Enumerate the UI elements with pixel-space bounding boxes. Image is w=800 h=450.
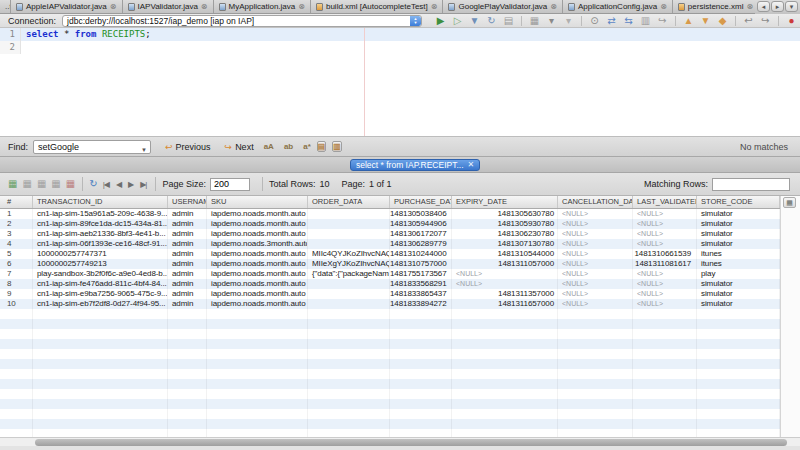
table-cell[interactable]: 9 <box>0 289 33 299</box>
table-cell[interactable]: <NULL> <box>633 269 697 279</box>
run-statement-icon[interactable]: ▷ <box>451 14 464 27</box>
table-cell[interactable]: 1481310544000 <box>452 249 558 259</box>
table-cell[interactable]: cn1-iap-sim-fe476add-811c-4bf4-84... <box>33 279 168 289</box>
table-cell[interactable]: 3 <box>0 229 33 239</box>
editor-tab[interactable]: GooglePlayValidator.java⊗ <box>443 0 563 13</box>
table-cell[interactable]: <NULL> <box>558 229 633 239</box>
page-size-input[interactable] <box>210 178 250 191</box>
table-cell[interactable]: <NULL> <box>558 219 633 229</box>
table-cell[interactable]: 7 <box>0 269 33 279</box>
table-cell[interactable]: iapdemo.noads.month.auto <box>207 299 308 309</box>
table-cell[interactable] <box>308 239 390 249</box>
table-cell[interactable] <box>308 219 390 229</box>
table-cell[interactable] <box>308 229 390 239</box>
table-cell[interactable]: 1 <box>0 209 33 219</box>
table-cell[interactable]: <NULL> <box>633 279 697 289</box>
table-cell[interactable]: 1481311357000 <box>452 289 558 299</box>
cancel-edits-icon[interactable]: ▦ <box>51 178 60 190</box>
table-cell[interactable]: <NULL> <box>558 289 633 299</box>
table-cell[interactable]: 8 <box>0 279 33 289</box>
table-cell[interactable]: cn1-iap-sim-15a961a5-209c-4638-9... <box>33 209 168 219</box>
table-cell[interactable]: iapdemo.noads.month.auto <box>207 209 308 219</box>
table-cell[interactable]: iapdemo.noads.month.auto <box>207 289 308 299</box>
scroll-tabs-left-icon[interactable]: ◂ <box>757 1 770 12</box>
table-cell[interactable]: simulator <box>697 279 780 289</box>
table-cell[interactable]: 1481833894272 <box>390 299 452 309</box>
chevron-down-icon[interactable]: ▼ <box>141 144 147 156</box>
table-cell[interactable]: admin <box>168 259 207 269</box>
table-cell[interactable] <box>308 299 390 309</box>
previous-bookmark-icon[interactable]: ▲ <box>682 14 695 27</box>
table-cell[interactable]: 1481310661539 <box>633 249 697 259</box>
table-cell[interactable]: 4 <box>0 239 33 249</box>
table-cell[interactable] <box>308 279 390 289</box>
column-header[interactable]: ORDER_DATA <box>308 196 390 208</box>
column-header[interactable]: PURCHASE_DATE <box>390 196 452 208</box>
column-header[interactable]: USERNAME <box>168 196 207 208</box>
table-cell[interactable]: play <box>697 269 780 279</box>
table-cell[interactable]: 1481306289779 <box>390 239 452 249</box>
toggle-bookmark-icon[interactable]: ◆ <box>716 14 729 27</box>
close-icon[interactable]: ⊗ <box>431 3 438 11</box>
editor-tab[interactable]: MyApplication.java⊗ <box>214 0 311 13</box>
matching-rows-input[interactable] <box>712 178 790 191</box>
truncate-table-icon[interactable]: ▦ <box>66 178 75 190</box>
table-cell[interactable]: 2 <box>0 219 33 229</box>
table-cell[interactable]: <NULL> <box>633 289 697 299</box>
sql-history-icon[interactable]: ↻ <box>485 14 498 27</box>
find-input[interactable]: setGoogle ▼ <box>33 140 151 154</box>
table-cell[interactable]: 1000000257747371 <box>33 249 168 259</box>
table-cell[interactable]: cn1-iap-sim-06f1393e-ce16-48cf-91... <box>33 239 168 249</box>
table-cell[interactable]: 1000000257749213 <box>33 259 168 269</box>
column-visibility-icon[interactable]: ▦ <box>783 197 796 208</box>
commit-changes-icon[interactable]: ▦ <box>37 178 46 190</box>
table-cell[interactable]: cn1-iap-sim-e9ba7256-9065-475c-9... <box>33 289 168 299</box>
editor-tab[interactable]: AppleIAPValidator.java⊗ <box>11 0 123 13</box>
highlight-results-icon[interactable]: ▤ <box>317 141 327 152</box>
table-cell[interactable]: admin <box>168 249 207 259</box>
refresh-icon[interactable]: ↻ <box>89 178 97 190</box>
column-header[interactable]: TRANSACTION_ID <box>33 196 168 208</box>
horizontal-scrollbar[interactable] <box>0 437 800 446</box>
table-cell[interactable]: admin <box>168 239 207 249</box>
find-previous-button[interactable]: ↩ Previous <box>165 142 211 152</box>
table-cell[interactable]: MIIc4QYJKoZIhvcNAQc... <box>308 249 390 259</box>
table-cell[interactable]: 1481305930780 <box>452 219 558 229</box>
keyboard-shortcuts-icon[interactable]: ▦ <box>528 14 541 27</box>
table-cell[interactable]: play-sandbox-3b2f0f6c-a9e0-4ed8-b... <box>33 269 168 279</box>
table-cell[interactable]: iapdemo.noads.month.auto <box>207 279 308 289</box>
table-cell[interactable]: <NULL> <box>558 249 633 259</box>
table-cell[interactable]: cn1-iap-sim-aeb21336-8bf3-4e41-b... <box>33 229 168 239</box>
table-cell[interactable]: itunes <box>697 249 780 259</box>
close-icon[interactable]: ⊗ <box>550 3 557 11</box>
combo-stepper-icon[interactable]: ▲▼ <box>410 16 421 26</box>
table-cell[interactable]: 1481307130780 <box>452 239 558 249</box>
column-header[interactable]: LAST_VALIDATED <box>633 196 697 208</box>
table-cell[interactable]: <NULL> <box>633 239 697 249</box>
scroll-tabs-right-icon[interactable]: ▸ <box>771 1 784 12</box>
table-cell[interactable]: admin <box>168 279 207 289</box>
table-cell[interactable]: 1481306172077 <box>390 229 452 239</box>
editor-line[interactable]: 1select * from RECEIPTS; <box>0 28 800 41</box>
shift-right-icon[interactable]: ↪ <box>759 14 772 27</box>
close-icon[interactable]: ⊗ <box>660 3 667 11</box>
table-cell[interactable]: iapdemo.noads.month.auto <box>207 219 308 229</box>
editor-tab[interactable]: IAPValidator.java⊗ <box>123 0 214 13</box>
table-cell[interactable]: <NULL> <box>633 229 697 239</box>
first-page-icon[interactable]: |◀ <box>103 180 109 189</box>
table-cell[interactable]: <NULL> <box>633 209 697 219</box>
next-bookmark-icon[interactable]: ▼ <box>699 14 712 27</box>
table-cell[interactable]: 1481305630780 <box>452 209 558 219</box>
column-header[interactable]: SKU <box>207 196 308 208</box>
scrollbar-thumb[interactable] <box>35 439 787 446</box>
run-sql-icon[interactable]: ▶ <box>434 14 447 27</box>
next-page-icon[interactable]: ▶ <box>128 180 133 189</box>
wrap-search-icon[interactable]: ▥ <box>332 141 342 152</box>
table-cell[interactable]: admin <box>168 269 207 279</box>
table-cell[interactable]: <NULL> <box>558 299 633 309</box>
table-cell[interactable]: 5 <box>0 249 33 259</box>
table-cell[interactable]: simulator <box>697 229 780 239</box>
close-icon[interactable]: ⊗ <box>110 3 117 11</box>
table-cell[interactable]: iapdemo.noads.month.auto <box>207 249 308 259</box>
connection-combobox[interactable]: jdbc:derby://localhost:1527/iap_demo [ia… <box>62 15 422 27</box>
